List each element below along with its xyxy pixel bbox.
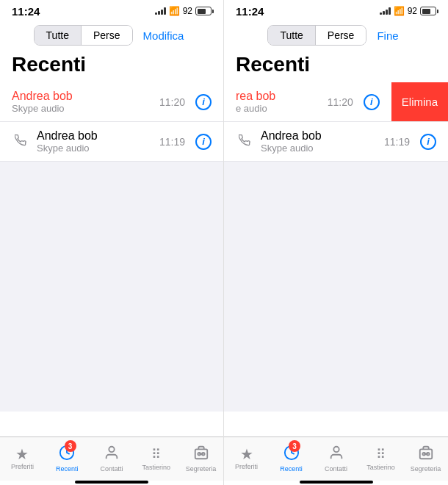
right-info-btn-1[interactable]: i (364, 94, 380, 110)
right-preferiti-label: Preferiti (235, 463, 258, 470)
svg-point-6 (333, 446, 339, 451)
right-signal-icon (380, 7, 391, 15)
left-star-icon: ★ (15, 447, 29, 461)
left-call-right-2: 11:19 i (159, 134, 212, 150)
left-call-type-1: Skype audio (12, 103, 159, 114)
left-recenti-badge: 3 (65, 440, 76, 452)
left-tastierino-label: Tastierino (142, 464, 171, 471)
right-battery: 92 (408, 6, 417, 16)
right-call-item-1[interactable]: rea bob e audio 11:20 i Elimina (224, 82, 448, 122)
left-signal-icon (155, 7, 166, 15)
left-tab-contatti[interactable]: Contatti (90, 440, 134, 476)
left-contatti-icon (104, 445, 120, 464)
right-tab-recenti[interactable]: 3 Recenti (269, 440, 314, 476)
left-call-item-2[interactable]: Andrea bob Skype audio 11:19 i (0, 122, 223, 162)
right-tastierino-label: Tastierino (366, 464, 395, 471)
left-segment-control[interactable]: Tutte Perse (34, 25, 133, 46)
left-contatti-label: Contatti (100, 465, 123, 473)
right-elimina-btn[interactable]: Elimina (391, 82, 448, 121)
left-call-right-1: 11:20 i (159, 94, 212, 110)
left-tab-preferiti[interactable]: ★ Preferiti (0, 440, 45, 476)
left-preferiti-label: Preferiti (11, 463, 34, 470)
right-tab-segreteria[interactable]: Segreteria (403, 440, 448, 476)
right-wifi-icon: 📶 (394, 6, 405, 16)
right-perse-btn[interactable]: Perse (316, 26, 366, 45)
right-battery-icon (420, 7, 436, 15)
left-info-btn-1[interactable]: i (195, 94, 212, 110)
left-call-time-2: 11:19 (159, 136, 185, 148)
right-fine-btn[interactable]: Fine (371, 26, 404, 45)
left-filter-bar: Tutte Perse Modifica (0, 21, 223, 50)
right-call-info-1: rea bob e audio (236, 90, 328, 114)
left-status-bar: 11:24 📶 92 (0, 0, 223, 21)
left-call-item-1[interactable]: Andrea bob Skype audio 11:20 i (0, 82, 223, 122)
left-tab-recenti[interactable]: 3 Recenti (45, 440, 90, 476)
right-call-name-1: rea bob (236, 90, 328, 103)
left-home-bar (75, 481, 148, 484)
left-battery-icon (195, 7, 212, 15)
right-tab-preferiti[interactable]: ★ Preferiti (224, 440, 269, 476)
left-tutte-btn[interactable]: Tutte (35, 26, 82, 45)
right-call-info-2: Andrea bob Skype audio (261, 129, 384, 154)
left-phone-icon-2 (12, 134, 29, 149)
left-tab-tastierino[interactable]: ⠿ Tastierino (134, 440, 178, 476)
right-star-icon: ★ (240, 447, 253, 461)
right-call-time-1: 11:20 (328, 96, 353, 108)
right-segreteria-label: Segreteria (411, 465, 441, 473)
right-tab-bar: ★ Preferiti 3 Recenti Contatti ⠿ Tastier… (224, 436, 448, 481)
right-home-bar (300, 481, 373, 484)
right-call-type-1: e audio (236, 103, 328, 114)
left-section-title: Recenti (0, 50, 223, 82)
right-info-btn-2[interactable]: i (420, 134, 436, 150)
right-tutte-btn[interactable]: Tutte (268, 26, 315, 45)
left-modifica-btn[interactable]: Modifica (137, 26, 190, 45)
right-tab-contatti[interactable]: Contatti (314, 440, 358, 476)
right-tastierino-icon: ⠿ (376, 446, 386, 462)
left-segreteria-icon (193, 445, 209, 464)
left-perse-btn[interactable]: Perse (82, 26, 132, 45)
left-tab-segreteria[interactable]: Segreteria (178, 440, 223, 476)
right-segment-control[interactable]: Tutte Perse (267, 25, 366, 46)
right-section-title: Recenti (224, 50, 448, 82)
right-recenti-label: Recenti (280, 465, 303, 473)
right-empty-area (224, 162, 448, 412)
left-empty-area (0, 162, 223, 412)
left-call-list: Andrea bob Skype audio 11:20 i Andrea bo… (0, 82, 223, 436)
right-call-name-2: Andrea bob (261, 129, 384, 143)
left-call-info-1: Andrea bob Skype audio (12, 90, 159, 114)
right-panel: 11:24 📶 92 Tutte Perse Fine Recenti rea … (224, 0, 448, 485)
left-panel: 11:24 📶 92 Tutte Perse Modifica Recenti … (0, 0, 224, 485)
right-call-content-1: rea bob e audio 11:20 i (224, 82, 391, 121)
right-call-right-2: 11:19 i (384, 134, 436, 150)
right-phone-icon-2 (236, 134, 253, 149)
right-call-item-2[interactable]: Andrea bob Skype audio 11:19 i (224, 122, 448, 162)
right-segreteria-icon (418, 445, 434, 464)
right-filter-bar: Tutte Perse Fine (224, 21, 448, 50)
left-recenti-label: Recenti (56, 465, 79, 473)
left-call-type-2: Skype audio (37, 143, 159, 154)
right-contatti-label: Contatti (325, 465, 347, 473)
left-tab-bar: ★ Preferiti 3 Recenti Contatti ⠿ Tastier… (0, 436, 223, 481)
right-status-bar: 11:24 📶 92 (224, 0, 448, 21)
left-segreteria-label: Segreteria (186, 465, 217, 473)
right-status-icons: 📶 92 (380, 6, 436, 16)
left-call-name-1: Andrea bob (12, 90, 159, 103)
left-time: 11:24 (12, 5, 40, 18)
left-wifi-icon: 📶 (169, 6, 180, 16)
right-recenti-badge: 3 (289, 440, 300, 452)
left-tastierino-icon: ⠿ (151, 446, 161, 462)
right-call-right-1: 11:20 i (328, 94, 380, 110)
left-home-indicator (0, 481, 223, 485)
right-home-indicator (224, 481, 448, 485)
left-call-time-1: 11:20 (159, 96, 185, 108)
svg-point-1 (109, 446, 114, 451)
right-call-type-2: Skype audio (261, 143, 384, 154)
right-time: 11:24 (236, 5, 264, 18)
left-battery: 92 (183, 6, 192, 16)
left-info-btn-2[interactable]: i (195, 134, 212, 150)
right-tab-tastierino[interactable]: ⠿ Tastierino (358, 440, 403, 476)
left-status-icons: 📶 92 (155, 6, 212, 16)
right-call-time-2: 11:19 (384, 136, 410, 148)
right-call-list: rea bob e audio 11:20 i Elimina Andrea b… (224, 82, 448, 436)
left-call-info-2: Andrea bob Skype audio (37, 129, 159, 154)
